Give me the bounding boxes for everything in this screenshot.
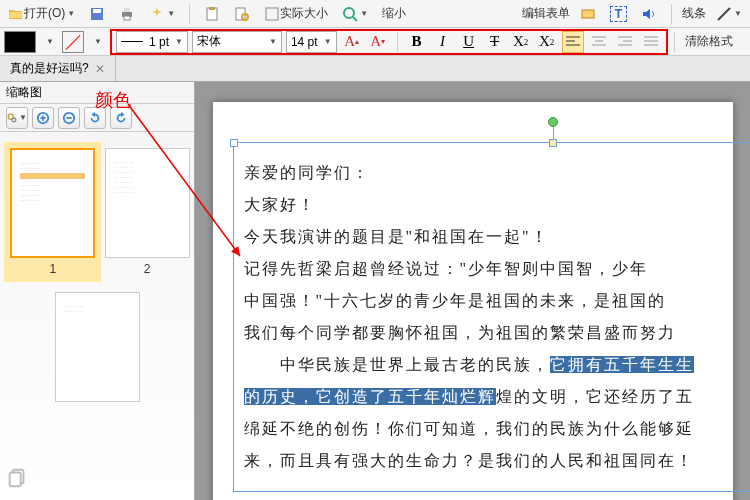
zoom-in-tool[interactable]: ▼ <box>338 3 372 25</box>
plus-circle-icon <box>36 111 50 125</box>
italic-button[interactable]: I <box>432 31 454 53</box>
printer-icon <box>119 6 135 22</box>
thumbnail-page-2[interactable]: ― ― ― ―― ― ― ―― ― ― ―― ― ― ―― ― ― ―― ― ―… <box>105 148 190 276</box>
chevron-down-icon: ▼ <box>94 37 102 46</box>
increase-font-button[interactable]: A▴ <box>341 31 363 53</box>
chevron-down-icon: ▼ <box>46 37 54 46</box>
separator <box>189 4 190 24</box>
stroke-width-select[interactable]: 1 pt▼ <box>116 31 188 53</box>
search-page-icon <box>234 6 250 22</box>
actual-size-button[interactable]: 实际大小 <box>260 3 332 25</box>
document-area: 亲爱的同学们： 大家好！ 今天我演讲的题目是"和祖国在一起"！ 记得先哲梁启超曾… <box>195 82 750 500</box>
thumbnail-preview: ― ― ― ―― ― ― ― <box>55 292 140 402</box>
chevron-down-icon: ▼ <box>324 37 332 46</box>
svg-point-28 <box>12 118 16 122</box>
no-fill-swatch[interactable] <box>62 31 84 53</box>
document-tab[interactable]: 真的是好运吗? ✕ <box>0 56 116 81</box>
actual-size-icon <box>264 6 280 22</box>
thumb-zoom-in-button[interactable] <box>32 107 54 129</box>
highlighted-text: 它拥有五千年生生 <box>550 356 694 373</box>
resize-handle-tl[interactable] <box>230 139 238 147</box>
align-justify-button[interactable] <box>640 31 662 53</box>
underline-button[interactable]: U <box>458 31 480 53</box>
svg-rect-3 <box>124 8 130 12</box>
new-button[interactable]: ▼ <box>145 3 179 25</box>
clipboard-icon <box>204 6 220 22</box>
tab-title: 真的是好运吗? <box>10 60 89 77</box>
align-justify-icon <box>644 36 658 48</box>
thumbnail-page-3[interactable]: ― ― ― ―― ― ― ― <box>55 292 140 402</box>
superscript-button[interactable]: X2 <box>536 31 558 53</box>
svg-line-13 <box>718 8 730 20</box>
save-button[interactable] <box>85 3 109 25</box>
chevron-down-icon: ▼ <box>67 9 75 18</box>
page-1: 亲爱的同学们： 大家好！ 今天我演讲的题目是"和祖国在一起"！ 记得先哲梁启超曾… <box>213 102 733 500</box>
zoom-out-button[interactable]: 缩小 <box>378 3 410 25</box>
open-button[interactable]: 打开(O) ▼ <box>4 3 79 25</box>
svg-rect-12 <box>582 10 594 18</box>
align-center-icon <box>592 36 606 48</box>
paragraph: 亲爱的同学们： <box>244 157 751 189</box>
clear-format-button[interactable]: 清除格式 <box>681 31 737 53</box>
svg-rect-35 <box>10 473 21 487</box>
subscript-button[interactable]: X2 <box>510 31 532 53</box>
svg-rect-9 <box>266 8 278 20</box>
thumb-options-button[interactable]: ▼ <box>6 107 28 129</box>
thumbnail-sidebar: 缩略图 ▼ ― ― ― ―― ― ― ―― ― ― ―― ― ― ―― ― ― … <box>0 82 195 500</box>
form-highlight-button[interactable] <box>576 3 600 25</box>
fill-color-swatch[interactable] <box>4 31 36 53</box>
highlight-icon <box>580 6 596 22</box>
edit-form-label: 编辑表单 <box>522 5 570 22</box>
highlighted-text: 的历史，它创造了五千年灿烂辉 <box>244 388 496 405</box>
document-body-text[interactable]: 亲爱的同学们： 大家好！ 今天我演讲的题目是"和祖国在一起"！ 记得先哲梁启超曾… <box>244 157 751 477</box>
resize-handle-tm[interactable] <box>549 139 557 147</box>
svg-point-10 <box>344 8 354 18</box>
thumbnail-page-1[interactable]: ― ― ― ―― ― ― ―― ― ― ―― ― ― ―― ― ― ―― ― ―… <box>4 142 101 282</box>
thumbnail-number: 2 <box>105 262 190 276</box>
align-right-button[interactable] <box>614 31 636 53</box>
align-center-button[interactable] <box>588 31 610 53</box>
document-scroll[interactable]: 亲爱的同学们： 大家好！ 今天我演讲的题目是"和祖国在一起"！ 记得先哲梁启超曾… <box>195 82 750 500</box>
thumb-zoom-out-button[interactable] <box>58 107 80 129</box>
format-group-highlighted: 1 pt▼ 宋体▼ 14 pt▼ A▴ A▾ B I U T X2 X2 <box>110 29 668 55</box>
svg-rect-1 <box>93 9 101 13</box>
paragraph: 的历史，它创造了五千年灿烂辉煌的文明，它还经历了五 <box>244 381 751 413</box>
paragraph: 中华民族是世界上最古老的民族，它拥有五千年生生 <box>244 349 751 381</box>
paragraph: 来，而且具有强大的生命力？是我们的人民和祖国同在！ <box>244 445 751 477</box>
paragraph: 今天我演讲的题目是"和祖国在一起"！ <box>244 221 751 253</box>
speaker-icon <box>641 6 657 22</box>
folder-open-icon <box>8 6 24 22</box>
print-button[interactable] <box>115 3 139 25</box>
sparkle-icon <box>149 6 165 22</box>
bold-button[interactable]: B <box>406 31 428 53</box>
fill-color-dropdown[interactable]: ▼ <box>38 31 60 53</box>
text-field-button[interactable]: T <box>606 3 631 25</box>
minus-circle-icon <box>62 111 76 125</box>
font-family-select[interactable]: 宋体▼ <box>192 31 282 53</box>
no-fill-dropdown[interactable]: ▼ <box>86 31 108 53</box>
find-button[interactable] <box>230 3 254 25</box>
svg-line-11 <box>353 17 357 21</box>
decrease-font-button[interactable]: A▾ <box>367 31 389 53</box>
align-left-icon <box>566 36 580 48</box>
line-icon <box>716 6 732 22</box>
text-edit-frame[interactable]: 亲爱的同学们： 大家好！ 今天我演讲的题目是"和祖国在一起"！ 记得先哲梁启超曾… <box>233 142 751 492</box>
chevron-down-icon: ▼ <box>175 37 183 46</box>
tab-close-icon[interactable]: ✕ <box>95 62 105 76</box>
rotation-handle[interactable] <box>548 117 558 127</box>
line-tool[interactable]: ▼ <box>712 3 746 25</box>
thumbnail-number: 1 <box>10 262 95 276</box>
thumbnail-list: ― ― ― ―― ― ― ―― ― ― ―― ― ― ―― ― ― ―― ― ―… <box>0 132 194 500</box>
strike-button[interactable]: T <box>484 31 506 53</box>
svg-rect-4 <box>124 16 130 20</box>
clipboard-button[interactable] <box>200 3 224 25</box>
font-size-select[interactable]: 14 pt▼ <box>286 31 337 53</box>
gears-icon <box>7 111 17 125</box>
paragraph: 我们每个同学都要胸怀祖国，为祖国的繁荣昌盛而努力 <box>244 317 751 349</box>
attachments-icon[interactable] <box>6 467 28 494</box>
align-left-button[interactable] <box>562 31 584 53</box>
chevron-down-icon: ▼ <box>167 9 175 18</box>
sound-button[interactable] <box>637 3 661 25</box>
line-label: 线条 <box>682 5 706 22</box>
svg-rect-6 <box>209 7 215 10</box>
